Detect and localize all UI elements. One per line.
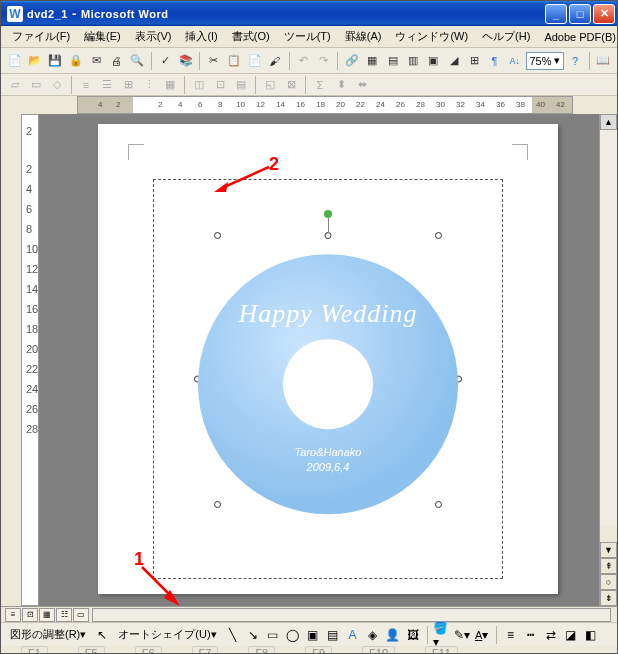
vtextbox-button[interactable]: ▤ [324,626,342,644]
next-page-button[interactable]: ⇟ [600,590,617,606]
sort-button[interactable]: A↓ [505,51,524,71]
preview-button[interactable]: 🔍 [127,51,146,71]
diagram-button[interactable]: ◈ [364,626,382,644]
excel-button[interactable]: ▥ [403,51,422,71]
minimize-button[interactable]: _ [545,4,567,24]
clipart-button[interactable]: 👤 [384,626,402,644]
resize-handle[interactable] [435,232,442,239]
fmt-btn-5[interactable]: ☰ [97,75,117,95]
paste-button[interactable]: 📄 [245,51,264,71]
redo-button[interactable]: ↷ [314,51,333,71]
draw-adjust-menu[interactable]: 図形の調整(R) ▾ [5,625,91,645]
fmt-btn-6[interactable]: ⊞ [118,75,138,95]
help-button[interactable]: ? [565,51,584,71]
line-style-button[interactable]: ≡ [502,626,520,644]
resize-handle[interactable] [325,232,332,239]
hyperlink-button[interactable]: 🔗 [342,51,361,71]
arrow-button[interactable]: ↘ [244,626,262,644]
permission-button[interactable]: 🔒 [66,51,85,71]
fmt-btn-4[interactable]: ≡ [76,75,96,95]
menu-help[interactable]: ヘルプ(H) [475,27,537,46]
format-painter-button[interactable]: 🖌 [265,51,284,71]
research-button[interactable]: 📚 [176,51,195,71]
read-view-button[interactable]: ▭ [73,608,89,622]
table-button[interactable]: ▦ [363,51,382,71]
docmap-button[interactable]: ⊞ [464,51,483,71]
insert-table-button[interactable]: ▤ [383,51,402,71]
fmt-btn-2[interactable]: ▭ [26,75,46,95]
mail-button[interactable]: ✉ [86,51,105,71]
menu-format[interactable]: 書式(O) [225,27,277,46]
fmt-btn-3[interactable]: ◇ [47,75,67,95]
scroll-up-button[interactable]: ▲ [600,114,617,130]
fmt-btn-11[interactable]: ▤ [231,75,251,95]
browse-object-button[interactable]: ○ [600,574,617,590]
3d-button[interactable]: ◧ [582,626,600,644]
undo-button[interactable]: ↶ [294,51,313,71]
menu-insert[interactable]: 挿入(I) [178,27,224,46]
web-view-button[interactable]: ⊡ [22,608,38,622]
fmt-btn-9[interactable]: ◫ [189,75,209,95]
close-button[interactable]: ✕ [593,4,615,24]
spell-button[interactable]: ✓ [155,51,174,71]
textbox-button[interactable]: ▣ [304,626,322,644]
menu-file[interactable]: ファイル(F) [5,27,77,46]
font-color-button[interactable]: A▾ [473,626,491,644]
new-doc-button[interactable]: 📄 [5,51,24,71]
read-button[interactable]: 📖 [594,51,613,71]
drawing-button[interactable]: ◢ [444,51,463,71]
menu-adobe-pdf[interactable]: Adobe PDF(B) [537,29,618,45]
menu-window[interactable]: ウィンドウ(W) [388,27,475,46]
vertical-scrollbar[interactable]: ▲ ▼ ⇞ ○ ⇟ [599,114,617,606]
fmt-btn-13[interactable]: ⊠ [281,75,301,95]
zoom-combo[interactable]: 75%▾ [526,52,565,70]
resize-handle[interactable] [214,501,221,508]
outline-view-button[interactable]: ☷ [56,608,72,622]
document-page[interactable]: Happy Wedding Taro&Hanako 2009,6,4 [98,124,558,594]
rectangle-button[interactable]: ▭ [264,626,282,644]
arrow-style-button[interactable]: ⇄ [542,626,560,644]
menu-tools[interactable]: ツール(T) [277,27,338,46]
fmt-btn-1[interactable]: ▱ [5,75,25,95]
save-button[interactable]: 💾 [46,51,65,71]
fmt-btn-16[interactable]: ⬌ [352,75,372,95]
shadow-button[interactable]: ◪ [562,626,580,644]
rotate-handle[interactable] [324,210,332,218]
fmt-btn-10[interactable]: ⊡ [210,75,230,95]
columns-button[interactable]: ▣ [424,51,443,71]
normal-view-button[interactable]: ≡ [5,608,21,622]
picture-button[interactable]: 🖼 [404,626,422,644]
menu-edit[interactable]: 編集(E) [77,27,128,46]
horizontal-ruler[interactable]: 4 2 2 4 6 8 10 12 14 16 18 20 22 24 26 2… [77,96,573,114]
scroll-down-button[interactable]: ▼ [600,542,617,558]
horizontal-scrollbar[interactable] [92,608,611,622]
resize-handle[interactable] [214,232,221,239]
print-view-button[interactable]: ▦ [39,608,55,622]
line-button[interactable]: ╲ [224,626,242,644]
maximize-button[interactable]: □ [569,4,591,24]
menu-view[interactable]: 表示(V) [128,27,179,46]
cut-button[interactable]: ✂ [204,51,223,71]
paragraph-button[interactable]: ¶ [485,51,504,71]
dash-style-button[interactable]: ┅ [522,626,540,644]
vertical-ruler[interactable]: 2 2 4 6 8 10 12 14 16 18 20 22 24 26 28 [21,114,39,606]
line-color-button[interactable]: ✎▾ [453,626,471,644]
select-objects-button[interactable]: ↖ [93,626,111,644]
resize-handle[interactable] [435,501,442,508]
oval-button[interactable]: ◯ [284,626,302,644]
fmt-btn-12[interactable]: ◱ [260,75,280,95]
fmt-btn-8[interactable]: ▦ [160,75,180,95]
selection-box[interactable]: Happy Wedding Taro&Hanako 2009,6,4 [153,179,503,579]
prev-page-button[interactable]: ⇞ [600,558,617,574]
fmt-btn-15[interactable]: ⬍ [331,75,351,95]
fmt-btn-7[interactable]: ⋮ [139,75,159,95]
print-button[interactable]: 🖨 [107,51,126,71]
disc-shape[interactable]: Happy Wedding Taro&Hanako 2009,6,4 [198,254,458,514]
wordart-button[interactable]: A [344,626,362,644]
autoshapes-menu[interactable]: オートシェイプ(U) ▾ [113,625,221,645]
open-button[interactable]: 📂 [25,51,44,71]
fill-color-button[interactable]: 🪣▾ [433,626,451,644]
menu-table[interactable]: 罫線(A) [338,27,389,46]
copy-button[interactable]: 📋 [225,51,244,71]
fmt-btn-14[interactable]: Σ [310,75,330,95]
